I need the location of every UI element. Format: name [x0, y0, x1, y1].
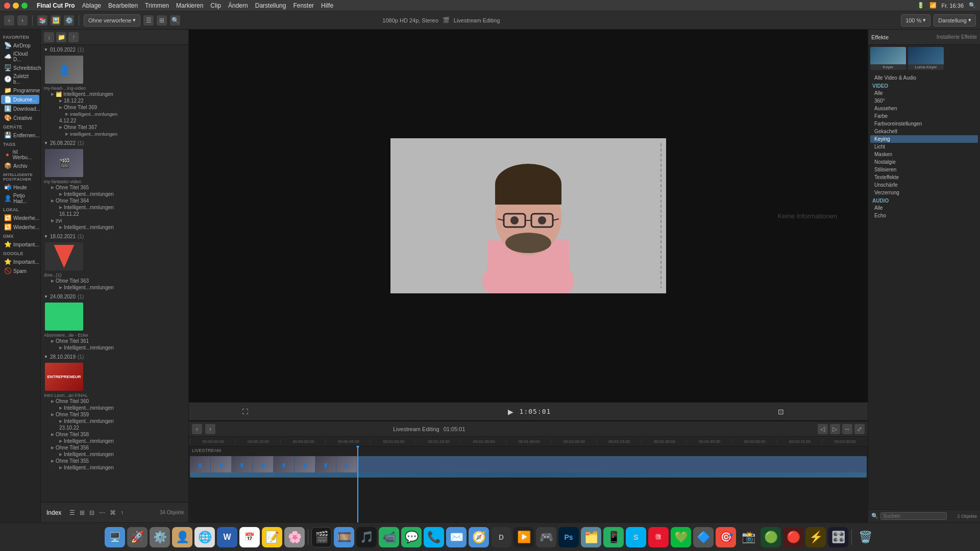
timeline-tracks[interactable]: LIVESTREAM 👤 👤 👤 👤 👤 👤 👤 👤 [189, 446, 868, 522]
dock-djay[interactable]: 🎛️ [828, 527, 848, 547]
dock-finder[interactable]: 🖥️ [105, 527, 125, 547]
browser-content[interactable]: ▼ 01.09.2022 (1) 👤 my-head-...ing-video … [41, 45, 188, 502]
view-index[interactable]: Index [45, 508, 63, 517]
view-share[interactable]: ↑ [119, 508, 125, 517]
sidebar-item-petjo[interactable]: 👤 Petjo Had... [1, 192, 39, 205]
dock-imovie[interactable]: 🎞️ [334, 527, 354, 547]
library-icon[interactable]: 📚 [37, 15, 47, 26]
dock-skype[interactable]: 📞 [424, 527, 444, 547]
scope-icon[interactable]: ⊡ [776, 407, 786, 417]
effect-texteffekte[interactable]: Texteffekte [870, 173, 978, 181]
timeline-zoom-out[interactable]: ◁ [818, 424, 828, 434]
effect-licht[interactable]: Licht [870, 143, 978, 151]
close-button[interactable] [4, 3, 10, 9]
dock-system-prefs[interactable]: ⚙️ [150, 527, 170, 547]
minimize-button[interactable] [13, 3, 19, 9]
effect-thumb-luma[interactable]: Luma-Keyer [908, 47, 944, 70]
dock-mail[interactable]: ✉️ [446, 527, 467, 547]
tree-ohne364[interactable]: ▶ Ohne Titel 364 [41, 197, 188, 204]
photos-icon[interactable]: 🖼️ [51, 15, 61, 26]
tree-intelligent-367[interactable]: ▶ Intelligent...mmlungen [41, 131, 188, 137]
app-name-menu[interactable]: Final Cut Pro [37, 2, 75, 9]
menu-clip[interactable]: Clip [210, 2, 221, 9]
thumb-1[interactable]: 👤 [45, 56, 83, 84]
grid-view-icon[interactable]: ⊞ [157, 15, 167, 26]
effect-farbvoreinstellungen[interactable]: Farbvoreinstellungen [870, 120, 978, 128]
effect-stilisieren[interactable]: Stilisieren [870, 166, 978, 173]
sidebar-item-lokal1[interactable]: 🔁 Wiederhe... [1, 213, 39, 222]
date-header-4[interactable]: ▼ 24.08.2020 (1) [41, 293, 188, 300]
view-filmstrip[interactable]: ⊟ [88, 508, 96, 517]
tree-intelligent-363[interactable]: ▶ Intelligent...mmlungen [41, 284, 188, 291]
dock-music[interactable]: 🎵 [356, 527, 377, 547]
zoom-dropdown[interactable]: 100 % ▾ [901, 14, 930, 27]
timeline-back-icon[interactable]: ‹ [192, 424, 202, 434]
tree-date-412[interactable]: 4.12.22 [41, 117, 188, 124]
sidebar-item-heute[interactable]: 📬 Heute [1, 183, 39, 192]
sidebar-item-archiv[interactable]: 📦 Archiv [1, 161, 39, 170]
dock-chrome[interactable]: 🌐 [194, 527, 215, 547]
effect-nostalgie[interactable]: Nostalgie [870, 158, 978, 166]
tree-intelligent-zvi[interactable]: ▶ Intelligent...mmlungen [41, 224, 188, 231]
dock-final-cut[interactable]: 🎬 [311, 527, 332, 547]
effect-verzerrung[interactable]: Verzerrung [870, 189, 978, 196]
tree-ohne356[interactable]: ▶ Ohne Titel 356 [41, 444, 188, 451]
dock-skype2[interactable]: S [626, 527, 646, 547]
view-options[interactable]: ⋯ [97, 508, 107, 517]
menu-bearbeiten[interactable]: Bearbeiten [108, 2, 138, 9]
tree-date-2310[interactable]: 23.10.22 [41, 424, 188, 431]
effect-alle-audio[interactable]: Alle [870, 204, 978, 212]
date-header-5[interactable]: ▼ 28.10.2019 (1) [41, 353, 188, 361]
dock-trash[interactable]: 🗑️ [855, 527, 875, 547]
dock-tbd3[interactable]: 🟢 [761, 527, 781, 547]
tree-ohne359[interactable]: ▶ Ohne Titel 359 [41, 411, 188, 418]
sidebar-item-dokumente[interactable]: 📄 Dokume... [1, 95, 39, 104]
search-menubar-icon[interactable]: 🔍 [969, 2, 976, 9]
tree-intelligent-369[interactable]: ▶ Intelligent...mmlungen [41, 111, 188, 117]
settings-icon[interactable]: ⚙️ [64, 15, 74, 26]
sidebar-item-programme[interactable]: 📁 Programme [1, 86, 39, 95]
tree-intelligent-1[interactable]: ▶ 🗂️ Intelligent...mmlungen [41, 91, 188, 97]
effect-360[interactable]: 360° [870, 97, 978, 105]
dock-screenium[interactable]: 📸 [738, 527, 758, 547]
view-angle[interactable]: ⌘ [108, 508, 117, 517]
dock-photos[interactable]: 🌸 [284, 527, 305, 547]
playhead[interactable] [357, 446, 358, 522]
dock-photoshop[interactable]: Ps [558, 527, 579, 547]
dock-tbd4[interactable]: 🔴 [783, 527, 803, 547]
effect-category-video[interactable]: VIDEO [870, 82, 978, 89]
tree-intelligent-358[interactable]: ▶ Intelligent...mmlungen [41, 438, 188, 444]
dock-tbd5[interactable]: ⚡ [805, 527, 826, 547]
effect-gekachelt[interactable]: Gekachelt [870, 128, 978, 135]
sidebar-item-airdrop[interactable]: 📡 AirDrop [1, 41, 39, 50]
menu-darstellung[interactable]: Darstellung [255, 2, 286, 9]
dock-gametrack[interactable]: 🎮 [536, 527, 556, 547]
date-header-3[interactable]: ▼ 18.02.2021 (1) [41, 233, 188, 240]
tree-intelligent-356[interactable]: ▶ Intelligent...mmlungen [41, 451, 188, 458]
tree-ohne355[interactable]: ▶ Ohne Titel 355 [41, 458, 188, 464]
dock-finder2[interactable]: 🗂️ [581, 527, 601, 547]
back-button[interactable]: ‹ [4, 15, 14, 26]
menu-markieren[interactable]: Markieren [176, 2, 203, 9]
effect-echo[interactable]: Echo [870, 212, 978, 219]
menu-aendern[interactable]: Ändern [228, 2, 248, 9]
dock-weibo[interactable]: 微 [648, 527, 669, 547]
effect-alle[interactable]: Alle [870, 89, 978, 97]
effect-unschaerfe[interactable]: Unschärfe [870, 181, 978, 189]
timeline-fit-icon[interactable]: ↔ [842, 424, 852, 434]
maximize-button[interactable] [21, 3, 28, 9]
timeline-expand-icon[interactable]: ⤢ [854, 424, 865, 434]
tree-date-1611[interactable]: 16.11.22 [41, 211, 188, 217]
tree-ohne363[interactable]: ▶ Ohne Titel 363 [41, 278, 188, 284]
fullscreen-icon[interactable]: ⛶ [240, 407, 250, 416]
view-grid[interactable]: ⊞ [78, 508, 86, 517]
view-list[interactable]: ☰ [68, 508, 77, 517]
sidebar-item-creative[interactable]: 🎨 Creative [1, 113, 39, 122]
date-header-2[interactable]: ▼ 26.08.2022 (1) [41, 139, 188, 147]
effect-category-audio[interactable]: AUDIO [870, 196, 978, 204]
dock-notes[interactable]: 📝 [262, 527, 282, 547]
dock-tbd2[interactable]: 🎯 [716, 527, 736, 547]
sidebar-item-icloud[interactable]: ☁️ iCloud D... [1, 50, 39, 63]
menu-hilfe[interactable]: Hilfe [321, 2, 333, 9]
sidebar-item-zuletzt[interactable]: 🕐 Zuletzt b... [1, 72, 39, 86]
